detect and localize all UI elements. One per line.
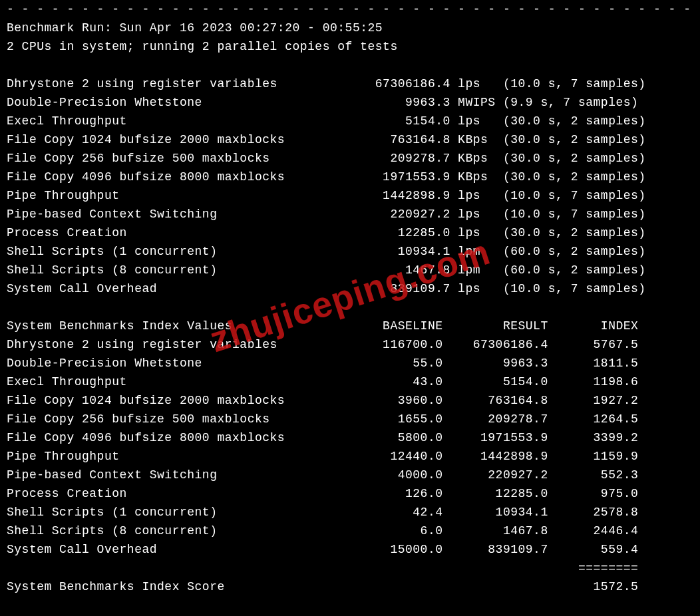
terminal-output: - - - - - - - - - - - - - - - - - - - - … <box>0 0 700 596</box>
